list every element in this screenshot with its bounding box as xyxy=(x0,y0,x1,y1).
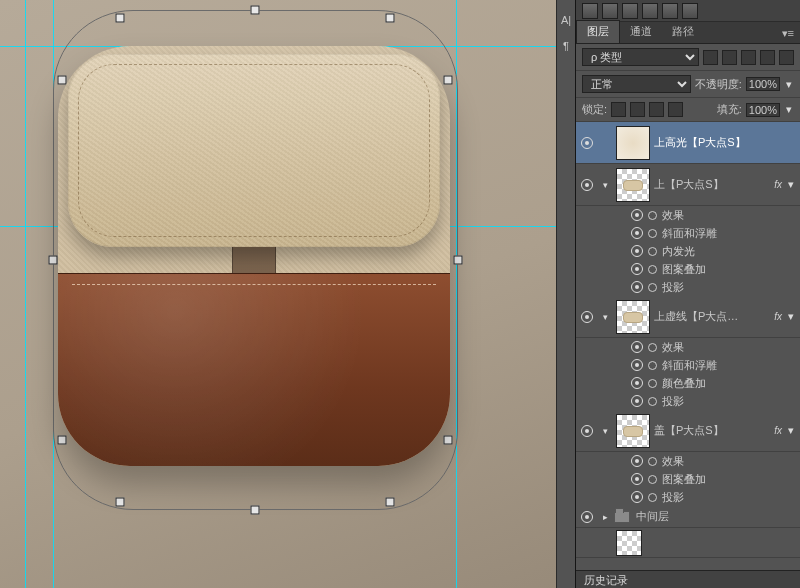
expand-icon[interactable]: ▾ xyxy=(598,426,612,436)
chevron-down-icon[interactable]: ▾ xyxy=(786,178,796,191)
layer-row[interactable] xyxy=(576,528,800,558)
filter-type-icon[interactable] xyxy=(741,50,756,65)
path-anchor[interactable] xyxy=(58,436,67,445)
expand-icon[interactable]: ▸ xyxy=(598,512,612,522)
toolbar-icon[interactable] xyxy=(602,3,618,19)
eye-icon[interactable] xyxy=(631,395,643,407)
eye-icon[interactable] xyxy=(581,179,593,191)
layer-row[interactable]: ▾ 上虚线【P大点… fx ▾ xyxy=(576,296,800,338)
expand-icon[interactable]: ▾ xyxy=(598,180,612,190)
toolbar-icon[interactable] xyxy=(582,3,598,19)
tab-layers[interactable]: 图层 xyxy=(576,20,620,43)
effect-name[interactable]: 斜面和浮雕 xyxy=(662,358,717,373)
expand-icon[interactable]: ▾ xyxy=(598,312,612,322)
toolbar-icon[interactable] xyxy=(662,3,678,19)
eye-icon[interactable] xyxy=(631,377,643,389)
canvas[interactable]: A| ¶ xyxy=(0,0,575,588)
fill-value[interactable]: 100% xyxy=(746,103,780,117)
layer-list[interactable]: 上高光【P大点S】 ▾ 上【P大点S】 fx ▾ 效果 斜面和浮雕 内发光 图案… xyxy=(576,122,800,570)
effect-name[interactable]: 投影 xyxy=(662,280,684,295)
panel-menu-icon[interactable]: ▾≡ xyxy=(776,24,800,43)
path-anchor[interactable] xyxy=(444,436,453,445)
chevron-down-icon[interactable]: ▾ xyxy=(784,78,794,91)
eye-icon[interactable] xyxy=(631,263,643,275)
eye-icon[interactable] xyxy=(631,245,643,257)
guide-vertical[interactable] xyxy=(25,0,26,588)
eye-icon[interactable] xyxy=(631,473,643,485)
blend-mode-select[interactable]: 正常 xyxy=(582,75,691,93)
lock-position-icon[interactable] xyxy=(649,102,664,117)
effect-name[interactable]: 内发光 xyxy=(662,244,695,259)
paragraph-icon[interactable]: ¶ xyxy=(563,40,569,52)
layer-thumbnail[interactable] xyxy=(616,300,650,334)
effect-icon xyxy=(648,475,657,484)
chevron-down-icon[interactable]: ▾ xyxy=(786,310,796,323)
collapsed-panel-strip[interactable]: A| ¶ xyxy=(556,0,575,588)
eye-icon[interactable] xyxy=(631,455,643,467)
path-anchor[interactable] xyxy=(49,256,58,265)
opacity-value[interactable]: 100% xyxy=(746,77,780,91)
toolbar-icon[interactable] xyxy=(642,3,658,19)
layer-group-row[interactable]: ▸ 中间层 xyxy=(576,506,800,528)
path-anchor[interactable] xyxy=(116,498,125,507)
eye-icon[interactable] xyxy=(631,209,643,221)
filter-smart-icon[interactable] xyxy=(779,50,794,65)
path-anchor[interactable] xyxy=(116,14,125,23)
effect-name[interactable]: 投影 xyxy=(662,394,684,409)
layer-row[interactable]: ▾ 上【P大点S】 fx ▾ xyxy=(576,164,800,206)
layer-name[interactable]: 上虚线【P大点… xyxy=(654,309,770,324)
layer-row[interactable]: ▾ 盖【P大点S】 fx ▾ xyxy=(576,410,800,452)
eye-icon[interactable] xyxy=(631,341,643,353)
eye-icon[interactable] xyxy=(631,281,643,293)
effect-name[interactable]: 颜色叠加 xyxy=(662,376,706,391)
toolbar-icon[interactable] xyxy=(682,3,698,19)
effect-name[interactable]: 图案叠加 xyxy=(662,262,706,277)
toolbar-icon[interactable] xyxy=(622,3,638,19)
layer-thumbnail[interactable] xyxy=(616,168,650,202)
history-panel-tab[interactable]: 历史记录 xyxy=(576,570,800,588)
bag-flap xyxy=(68,54,440,247)
path-anchor[interactable] xyxy=(454,256,463,265)
filter-shape-icon[interactable] xyxy=(760,50,775,65)
filter-kind-select[interactable]: ρ 类型 xyxy=(582,48,699,66)
eye-icon[interactable] xyxy=(631,359,643,371)
path-anchor[interactable] xyxy=(251,6,260,15)
tab-channels[interactable]: 通道 xyxy=(620,21,662,43)
tab-paths[interactable]: 路径 xyxy=(662,21,704,43)
filter-pixel-icon[interactable] xyxy=(703,50,718,65)
path-anchor[interactable] xyxy=(58,76,67,85)
path-anchor[interactable] xyxy=(444,76,453,85)
eye-icon[interactable] xyxy=(631,491,643,503)
layer-name[interactable]: 上高光【P大点S】 xyxy=(654,135,796,150)
layer-name[interactable]: 盖【P大点S】 xyxy=(654,423,770,438)
path-anchor[interactable] xyxy=(251,506,260,515)
eye-icon[interactable] xyxy=(631,227,643,239)
effect-name[interactable]: 投影 xyxy=(662,490,684,505)
eye-icon[interactable] xyxy=(581,311,593,323)
eye-icon[interactable] xyxy=(581,425,593,437)
lock-pixels-icon[interactable] xyxy=(630,102,645,117)
effect-name[interactable]: 图案叠加 xyxy=(662,472,706,487)
layer-thumbnail[interactable] xyxy=(616,414,650,448)
layer-row[interactable]: 上高光【P大点S】 xyxy=(576,122,800,164)
eye-icon[interactable] xyxy=(581,511,593,523)
effect-icon xyxy=(648,379,657,388)
layer-thumbnail[interactable] xyxy=(616,126,650,160)
path-anchor[interactable] xyxy=(386,498,395,507)
chevron-down-icon[interactable]: ▾ xyxy=(786,424,796,437)
effect-icon xyxy=(648,211,657,220)
effect-name[interactable]: 斜面和浮雕 xyxy=(662,226,717,241)
lock-all-icon[interactable] xyxy=(668,102,683,117)
filter-adjust-icon[interactable] xyxy=(722,50,737,65)
path-anchor[interactable] xyxy=(386,14,395,23)
eye-icon[interactable] xyxy=(581,137,593,149)
chevron-down-icon[interactable]: ▾ xyxy=(784,103,794,116)
fx-badge[interactable]: fx xyxy=(774,425,782,436)
layer-thumbnail[interactable] xyxy=(616,530,642,556)
fx-badge[interactable]: fx xyxy=(774,311,782,322)
lock-transparency-icon[interactable] xyxy=(611,102,626,117)
layer-name[interactable]: 上【P大点S】 xyxy=(654,177,770,192)
group-name[interactable]: 中间层 xyxy=(636,509,800,524)
type-tool-icon[interactable]: A| xyxy=(561,14,571,26)
fx-badge[interactable]: fx xyxy=(774,179,782,190)
